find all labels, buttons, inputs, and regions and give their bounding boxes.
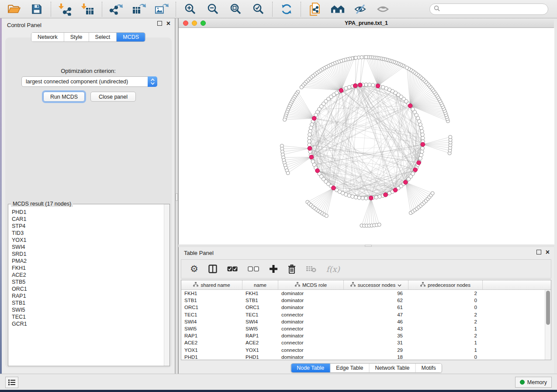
tab-node-table[interactable]: Node Table	[291, 364, 330, 372]
table-cell[interactable]: dominator	[278, 305, 344, 310]
open-session-icon[interactable]	[7, 2, 21, 16]
result-node-item[interactable]: FKH1	[12, 265, 164, 272]
first-neighbors-icon[interactable]	[331, 2, 345, 16]
mcds-hub-node[interactable]	[393, 188, 398, 193]
hide-selected-icon[interactable]	[353, 2, 367, 16]
tab-select[interactable]: Select	[89, 33, 117, 41]
delete-table-icon[interactable]	[306, 263, 316, 275]
column-header-successor-nodes[interactable]: successor nodes	[344, 280, 408, 289]
zoom-in-icon[interactable]	[183, 2, 197, 16]
table-cell[interactable]: 46	[344, 319, 408, 324]
table-cell[interactable]: dominator	[278, 298, 344, 303]
table-cell[interactable]: 43	[344, 326, 408, 331]
search-box[interactable]	[429, 3, 548, 15]
table-cell[interactable]: connector	[278, 340, 344, 345]
network-node[interactable]	[419, 157, 422, 160]
network-node[interactable]	[364, 196, 368, 200]
result-node-item[interactable]: ACE2	[12, 272, 164, 279]
table-row[interactable]: STB1STB1dominator620	[181, 297, 551, 304]
table-cell[interactable]: PHD1	[181, 354, 242, 360]
network-node[interactable]	[309, 126, 313, 130]
network-node[interactable]	[421, 133, 424, 136]
network-node[interactable]	[325, 214, 328, 217]
mcds-hub-node[interactable]	[332, 186, 336, 190]
network-node[interactable]	[431, 192, 434, 195]
run-mcds-button[interactable]: Run MCDS	[43, 92, 85, 102]
table-cell[interactable]: SWI4	[181, 319, 242, 324]
float-panel-icon[interactable]	[536, 250, 541, 254]
table-cell[interactable]: SWI5	[242, 326, 278, 331]
splitter-handle[interactable]	[365, 245, 372, 247]
network-node[interactable]	[354, 56, 358, 59]
unselect-all-columns-icon[interactable]	[248, 263, 259, 275]
table-scrollbar[interactable]	[545, 290, 551, 360]
network-node[interactable]	[300, 86, 303, 89]
result-node-item[interactable]: PMA2	[12, 258, 164, 265]
network-node[interactable]	[420, 129, 424, 133]
export-network-icon[interactable]	[109, 2, 123, 16]
mcds-hub-node[interactable]	[408, 103, 412, 108]
table-row[interactable]: ACE2ACE2connector311	[181, 339, 551, 346]
mcds-result-scrollbar[interactable]	[164, 204, 170, 366]
column-header-name[interactable]: name	[242, 280, 278, 289]
table-cell[interactable]: STB1	[242, 298, 278, 303]
table-cell[interactable]: 62	[344, 298, 408, 303]
minimize-window-icon[interactable]	[192, 21, 197, 26]
mcds-hub-node[interactable]	[312, 116, 316, 120]
result-node-item[interactable]: STP4	[12, 223, 164, 230]
network-node[interactable]	[420, 150, 424, 153]
result-node-item[interactable]: TEC1	[12, 313, 164, 320]
table-cell[interactable]: 0	[408, 305, 483, 310]
result-node-item[interactable]: CAR1	[12, 216, 164, 223]
add-icon[interactable]	[269, 263, 278, 275]
mcds-hub-node[interactable]	[339, 88, 343, 93]
column-header-mcds-role[interactable]: MCDS role	[278, 280, 344, 289]
zoom-out-icon[interactable]	[206, 2, 220, 16]
network-node[interactable]	[364, 55, 368, 59]
table-cell[interactable]: RAP1	[242, 333, 278, 338]
network-node[interactable]	[419, 126, 423, 130]
result-node-item[interactable]: ORC1	[12, 285, 164, 292]
table-cell[interactable]: STB1	[181, 298, 242, 303]
table-cell[interactable]: 1	[408, 347, 483, 353]
table-cell[interactable]: YOX1	[181, 347, 242, 353]
optimization-criterion-select[interactable]: largest connected component (undirected)	[21, 76, 157, 87]
mcds-hub-node[interactable]	[315, 168, 320, 173]
tab-network[interactable]: Network	[31, 33, 64, 41]
show-all-icon[interactable]	[376, 2, 390, 16]
column-header-shared-name[interactable]: shared name	[181, 280, 242, 289]
tab-style[interactable]: Style	[64, 33, 89, 41]
search-input[interactable]	[443, 6, 544, 12]
table-cell[interactable]: 31	[344, 340, 408, 345]
table-cell[interactable]: connector	[278, 347, 344, 353]
close-panel-icon[interactable]: ×	[166, 21, 170, 26]
import-network-icon[interactable]	[58, 2, 72, 16]
network-node[interactable]	[308, 129, 312, 133]
table-cell[interactable]: dominator	[278, 319, 344, 324]
mcds-hub-node[interactable]	[358, 83, 363, 87]
network-node[interactable]	[419, 153, 423, 157]
table-row[interactable]: TEC1TEC1connector472	[181, 311, 551, 318]
table-cell[interactable]: ACE2	[242, 340, 278, 345]
table-cell[interactable]: 1	[408, 326, 483, 331]
table-cell[interactable]: ORC1	[242, 305, 278, 310]
table-cell[interactable]: 61	[344, 305, 408, 310]
network-node[interactable]	[308, 136, 311, 140]
table-cell[interactable]: PHD1	[242, 354, 278, 360]
network-node[interactable]	[421, 136, 425, 140]
network-node[interactable]	[364, 83, 368, 86]
mcds-hub-node[interactable]	[421, 142, 425, 147]
settings-gear-icon[interactable]: ⚙	[190, 263, 198, 275]
zoom-fit-icon[interactable]	[228, 2, 242, 16]
tab-network-table[interactable]: Network Table	[370, 364, 416, 372]
tab-motifs[interactable]: Motifs	[415, 364, 441, 372]
result-node-item[interactable]: PHD1	[12, 209, 164, 216]
network-node[interactable]	[405, 66, 409, 69]
memory-button[interactable]: Memory	[515, 377, 552, 388]
network-node[interactable]	[361, 196, 364, 200]
table-cell[interactable]: ORC1	[181, 305, 242, 310]
export-image-icon[interactable]	[155, 2, 169, 16]
table-cell[interactable]: 2	[408, 319, 483, 324]
task-history-button[interactable]	[5, 377, 18, 388]
mcds-hub-node[interactable]	[369, 196, 374, 200]
